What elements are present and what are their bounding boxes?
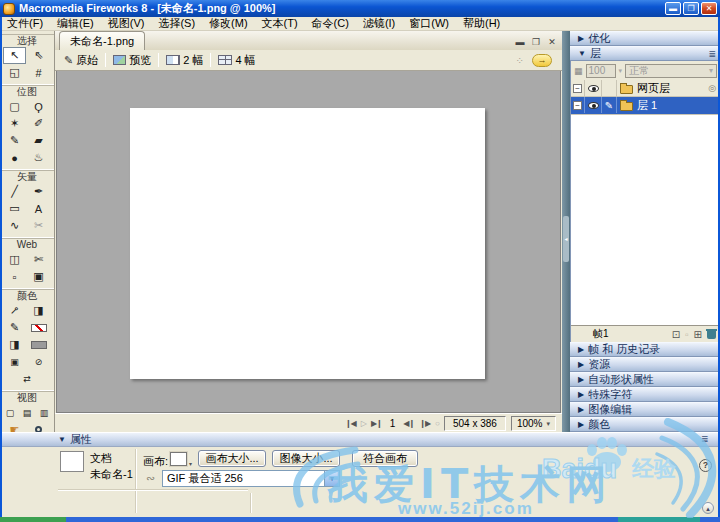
menu-item-edit[interactable]: 编辑(E): [50, 17, 101, 30]
canvas[interactable]: [130, 108, 485, 379]
visibility-eye-icon[interactable]: [588, 85, 599, 92]
help-icon[interactable]: ?: [699, 459, 712, 472]
expand-box-icon[interactable]: −: [573, 101, 582, 110]
optimize-panel-header[interactable]: ▶ 优化: [570, 31, 720, 46]
knife-tool[interactable]: ✂: [27, 217, 50, 234]
quick-export-button[interactable]: →: [532, 54, 552, 67]
colors-panel-header[interactable]: ▶ 颜色: [570, 417, 720, 432]
title-bar[interactable]: Macromedia Fireworks 8 - [未命名-1.png @ 10…: [0, 0, 720, 17]
assets-panel-header[interactable]: ▶ 资源: [570, 357, 720, 372]
properties-panel-header[interactable]: ▼ 属性: [0, 433, 720, 447]
subselection-tool[interactable]: ⇖: [27, 47, 50, 64]
blur-tool[interactable]: ●: [3, 149, 26, 166]
fullscreen-with-menus-button[interactable]: ▤: [19, 404, 35, 421]
line-tool[interactable]: ╱: [3, 183, 26, 200]
image-size-button[interactable]: 图像大小...: [272, 450, 340, 467]
menu-item-window[interactable]: 窗口(W): [402, 17, 456, 30]
default-colors-button[interactable]: ▣: [3, 353, 26, 370]
opacity-input[interactable]: 100: [586, 64, 616, 78]
restore-button[interactable]: ❐: [683, 2, 699, 15]
document-workspace[interactable]: [56, 71, 561, 413]
menu-item-modify[interactable]: 修改(M): [202, 17, 255, 30]
original-view-button[interactable]: ✎ 原始: [61, 52, 101, 69]
pencil-tool[interactable]: ✎: [3, 132, 26, 149]
swap-colors-button[interactable]: ⇄: [16, 370, 39, 387]
opacity-stepper-icon[interactable]: ▾: [619, 67, 623, 75]
document-tab[interactable]: 未命名-1.png: [59, 31, 145, 50]
hotspot-tool[interactable]: ◫: [3, 251, 26, 268]
preview-view-button[interactable]: 预览: [110, 52, 154, 69]
next-frame-button[interactable]: ❙▶: [419, 419, 430, 428]
dock-splitter[interactable]: ◂: [562, 31, 570, 432]
layers-panel-header[interactable]: ▼ 层 ≣: [570, 46, 720, 61]
marquee-tool[interactable]: ▢: [3, 98, 26, 115]
two-up-view-button[interactable]: 2 幅: [163, 52, 206, 69]
menu-item-help[interactable]: 帮助(H): [456, 17, 507, 30]
canvas-size-button[interactable]: 画布大小...: [198, 450, 266, 467]
doc-restore-button[interactable]: ❐: [530, 37, 542, 47]
properties-panel-menu-icon[interactable]: ≣: [701, 434, 709, 444]
menu-item-select[interactable]: 选择(S): [151, 17, 202, 30]
layers-panel-menu-icon[interactable]: ≣: [708, 49, 716, 59]
eraser-tool[interactable]: ▰: [27, 132, 50, 149]
freeform-tool[interactable]: ∿: [3, 217, 26, 234]
blend-mode-select[interactable]: 正常 ▾: [625, 64, 717, 78]
expand-box-icon[interactable]: −: [573, 84, 582, 93]
panel-collapse-icon[interactable]: ▴: [702, 502, 714, 514]
scale-tool[interactable]: ◱: [3, 64, 26, 81]
zoom-level-select[interactable]: 100% ▾: [511, 416, 556, 431]
four-up-view-button[interactable]: 4 幅: [215, 52, 258, 69]
eyedropper-tool[interactable]: ⊸: [3, 302, 26, 319]
pen-tool[interactable]: ✒: [27, 183, 50, 200]
fit-canvas-button[interactable]: 符合画布: [352, 450, 418, 467]
paint-bucket-tool[interactable]: ◨: [27, 302, 50, 319]
menu-item-filters[interactable]: 滤镜(I): [356, 17, 402, 30]
menu-item-commands[interactable]: 命令(C): [305, 17, 356, 30]
pointer-tool[interactable]: ↖: [3, 47, 26, 64]
export-format-select[interactable]: GIF 最合适 256 ▾: [162, 470, 340, 487]
crop-tool[interactable]: #: [27, 64, 50, 81]
last-frame-button[interactable]: ▶❙: [371, 419, 382, 428]
export-settings-icon: ∾: [146, 472, 155, 485]
image-editing-panel-header[interactable]: ▶ 图像编辑: [570, 402, 720, 417]
loop-button[interactable]: ○: [435, 419, 439, 428]
lasso-tool[interactable]: Ϙ: [27, 98, 50, 115]
magic-wand-tool[interactable]: ✶: [3, 115, 26, 132]
fill-color-well[interactable]: [27, 336, 50, 353]
rubber-stamp-tool[interactable]: ♨: [27, 149, 50, 166]
play-button[interactable]: ▷: [361, 419, 366, 428]
doc-close-button[interactable]: ✕: [546, 37, 558, 47]
new-layer-icon[interactable]: ⊞: [694, 329, 702, 340]
no-color-button[interactable]: ⊘: [27, 353, 50, 370]
previous-frame-button[interactable]: ◀❙: [403, 419, 414, 428]
text-tool[interactable]: A: [27, 200, 50, 217]
fullscreen-button[interactable]: ▥: [36, 404, 52, 421]
menu-item-file[interactable]: 文件(F): [0, 17, 50, 30]
new-mask-icon[interactable]: ▫: [685, 329, 689, 340]
hide-slices-button[interactable]: ▫: [3, 268, 26, 285]
close-button[interactable]: ✕: [701, 2, 717, 15]
canvas-color-swatch[interactable]: [170, 452, 187, 466]
minimize-button[interactable]: ▬: [665, 2, 681, 15]
page-preview-icon[interactable]: ⁘: [516, 55, 524, 66]
slice-tool[interactable]: ✄: [27, 251, 50, 268]
delete-layer-trash-icon[interactable]: [707, 329, 716, 339]
rectangle-tool[interactable]: ▭: [3, 200, 26, 217]
layer-folder-icon: [620, 102, 633, 111]
visibility-eye-icon[interactable]: [588, 102, 599, 109]
brush-tool[interactable]: ✐: [27, 115, 50, 132]
layer1-row[interactable]: − ✎ 层 1: [571, 97, 720, 114]
first-frame-button[interactable]: ❙◀: [345, 419, 356, 428]
show-slices-button[interactable]: ▣: [27, 268, 50, 285]
standard-screen-button[interactable]: ▢: [2, 404, 18, 421]
stroke-color-well[interactable]: [27, 319, 50, 336]
distribute-to-frames-icon[interactable]: ⊡: [672, 329, 680, 340]
dock-collapse-handle[interactable]: ◂: [563, 216, 569, 262]
menu-item-text[interactable]: 文本(T): [255, 17, 305, 30]
special-characters-panel-header[interactable]: ▶ 特殊字符: [570, 387, 720, 402]
auto-shape-properties-panel-header[interactable]: ▶ 自动形状属性: [570, 372, 720, 387]
doc-minimize-button[interactable]: ▬: [514, 37, 526, 47]
web-layer-row[interactable]: − 网页层 ◎: [571, 80, 720, 97]
frames-history-panel-header[interactable]: ▶ 帧 和 历史记录: [570, 342, 720, 357]
menu-item-view[interactable]: 视图(V): [101, 17, 152, 30]
